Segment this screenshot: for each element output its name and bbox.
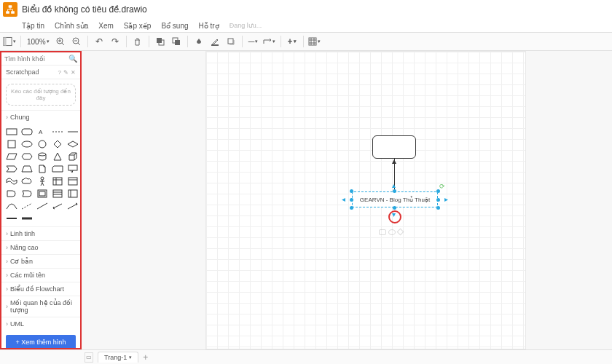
shape-and[interactable] bbox=[5, 189, 18, 199]
shape-line-thick[interactable] bbox=[5, 213, 18, 223]
zoom-in-icon[interactable] bbox=[54, 35, 67, 48]
svg-line-52 bbox=[53, 204, 62, 208]
canvas-node-rect[interactable] bbox=[372, 135, 416, 159]
page-tab[interactable]: Trang-1▾ bbox=[98, 352, 138, 363]
shape-parallelogram[interactable] bbox=[5, 151, 18, 162]
category-nang-cao[interactable]: Nâng cao bbox=[1, 240, 80, 254]
shape-internal[interactable] bbox=[51, 176, 64, 186]
shape-doc[interactable] bbox=[36, 164, 49, 174]
shape-diamond[interactable] bbox=[51, 139, 64, 149]
shape-rounded[interactable] bbox=[20, 127, 34, 137]
app-logo bbox=[3, 2, 17, 17]
line-color-icon[interactable] bbox=[208, 35, 221, 48]
shape-rectangle[interactable] bbox=[5, 127, 18, 137]
scratchpad-header[interactable]: Scratchpad ?✎✕ bbox=[1, 66, 80, 79]
shape-or[interactable] bbox=[20, 189, 34, 199]
fill-color-icon[interactable] bbox=[192, 35, 205, 48]
shapes-palette: A bbox=[1, 124, 80, 226]
shape-ellipse[interactable] bbox=[20, 139, 34, 149]
shape-divider[interactable] bbox=[51, 127, 64, 137]
search-icon[interactable]: 🔍 bbox=[68, 55, 77, 63]
shape-line-solid[interactable] bbox=[36, 201, 49, 211]
category-uml[interactable]: UML bbox=[1, 317, 80, 331]
scratchpad-edit-icon[interactable]: ✎ bbox=[63, 69, 68, 76]
connect-right-icon[interactable]: ▸ bbox=[444, 195, 448, 203]
canvas-node-selected[interactable]: GEARVN - Blog Thủ Thuật bbox=[352, 191, 438, 207]
undo-icon[interactable]: ↶ bbox=[93, 35, 106, 48]
shape-cylinder[interactable] bbox=[36, 151, 49, 162]
shape-rhombus[interactable] bbox=[66, 139, 79, 149]
menu-edit[interactable]: Chỉnh sửa bbox=[55, 22, 88, 30]
zoom-level[interactable]: 100%▾ bbox=[26, 38, 51, 46]
connect-up-icon[interactable]: ▴ bbox=[392, 181, 396, 189]
shape-container[interactable] bbox=[66, 176, 79, 186]
scratchpad-help-icon[interactable]: ? bbox=[58, 69, 61, 76]
add-page-button[interactable]: + bbox=[143, 352, 148, 363]
shape-step[interactable] bbox=[5, 164, 18, 174]
category-linh-tinh[interactable]: Linh tinh bbox=[1, 226, 80, 240]
canvas-area[interactable]: GEARVN - Blog Thủ Thuật ⟳ ◂ ▸ ▴ ▾ bbox=[82, 51, 612, 349]
waypoint-icon[interactable]: ▾ bbox=[263, 35, 276, 48]
shape-cloud[interactable] bbox=[20, 176, 34, 186]
to-front-icon[interactable] bbox=[154, 35, 167, 48]
insert-icon[interactable]: +▾ bbox=[286, 35, 299, 48]
shape-cube[interactable] bbox=[66, 151, 79, 162]
document-title[interactable]: Biểu đồ không có tiêu đề.drawio bbox=[22, 4, 147, 15]
delete-icon[interactable] bbox=[131, 35, 144, 48]
menu-view[interactable]: Xem bbox=[98, 22, 114, 30]
shape-triangle[interactable] bbox=[51, 151, 64, 162]
menu-file[interactable]: Tập tin bbox=[22, 22, 44, 30]
shape-circle[interactable] bbox=[36, 139, 49, 149]
shape-picker[interactable] bbox=[379, 229, 403, 235]
category-mui-ten[interactable]: Các mũi tên bbox=[1, 268, 80, 282]
selected-node-group[interactable]: GEARVN - Blog Thủ Thuật ⟳ ◂ ▸ ▴ ▾ bbox=[352, 191, 438, 207]
shape-card[interactable] bbox=[51, 164, 64, 174]
view-mode-button[interactable]: ▾ bbox=[3, 35, 16, 48]
shape-arrow-bi[interactable] bbox=[51, 201, 64, 211]
shape-callout[interactable] bbox=[66, 164, 79, 174]
outline-toggle-icon[interactable]: ▭ bbox=[85, 352, 93, 363]
search-input[interactable] bbox=[4, 55, 68, 63]
svg-point-29 bbox=[22, 141, 32, 147]
more-shapes-button[interactable]: + Xem thêm hình bbox=[6, 335, 76, 349]
canvas-arrowhead bbox=[392, 159, 396, 164]
category-flowchart[interactable]: Biểu đồ Flowchart bbox=[1, 282, 80, 296]
menu-help[interactable]: Hỗ trợ bbox=[199, 22, 219, 30]
menu-arrange[interactable]: Sắp xếp bbox=[124, 22, 152, 30]
to-back-icon[interactable] bbox=[170, 35, 183, 48]
shadow-icon[interactable] bbox=[224, 35, 238, 48]
redo-icon[interactable]: ↷ bbox=[109, 35, 122, 48]
shape-hline[interactable] bbox=[66, 127, 79, 137]
shape-line-thick2[interactable] bbox=[20, 213, 34, 223]
shape-text[interactable]: A bbox=[36, 127, 49, 137]
category-co-ban[interactable]: Cơ bản bbox=[1, 254, 80, 268]
shape-frame[interactable] bbox=[36, 189, 49, 199]
drawing-canvas[interactable]: GEARVN - Blog Thủ Thuật ⟳ ◂ ▸ ▴ ▾ bbox=[205, 51, 526, 349]
shape-swimlane[interactable] bbox=[66, 189, 79, 199]
svg-rect-48 bbox=[68, 190, 77, 197]
shape-arrow[interactable] bbox=[66, 201, 79, 211]
scratchpad-dropzone[interactable]: Kéo các đối tượng đến đây bbox=[6, 84, 76, 106]
shape-line-curve[interactable] bbox=[5, 201, 18, 211]
rotate-handle-icon[interactable]: ⟳ bbox=[439, 183, 445, 190]
shape-square[interactable] bbox=[5, 139, 18, 149]
shape-list[interactable] bbox=[51, 189, 64, 199]
shape-tape[interactable] bbox=[5, 176, 18, 186]
menu-extras[interactable]: Bổ sung bbox=[161, 22, 188, 30]
shape-line-dashed[interactable] bbox=[20, 201, 34, 211]
connection-icon[interactable]: ─▾ bbox=[247, 35, 260, 48]
svg-rect-24 bbox=[22, 129, 32, 135]
shape-actor[interactable] bbox=[36, 176, 49, 186]
svg-line-10 bbox=[78, 43, 80, 45]
shape-hexagon[interactable] bbox=[20, 151, 34, 162]
svg-line-36 bbox=[41, 183, 42, 186]
category-quan-he[interactable]: Mối quan hệ của đối tượng bbox=[1, 296, 80, 317]
category-chung[interactable]: Chung bbox=[1, 110, 80, 124]
shape-search[interactable]: 🔍 bbox=[1, 52, 80, 66]
zoom-out-icon[interactable] bbox=[70, 35, 83, 48]
scratchpad-close-icon[interactable]: ✕ bbox=[71, 69, 76, 76]
svg-point-33 bbox=[41, 177, 44, 180]
connect-left-icon[interactable]: ◂ bbox=[342, 195, 345, 203]
table-icon[interactable]: ▾ bbox=[308, 35, 321, 48]
shape-trapezoid[interactable] bbox=[20, 164, 34, 174]
